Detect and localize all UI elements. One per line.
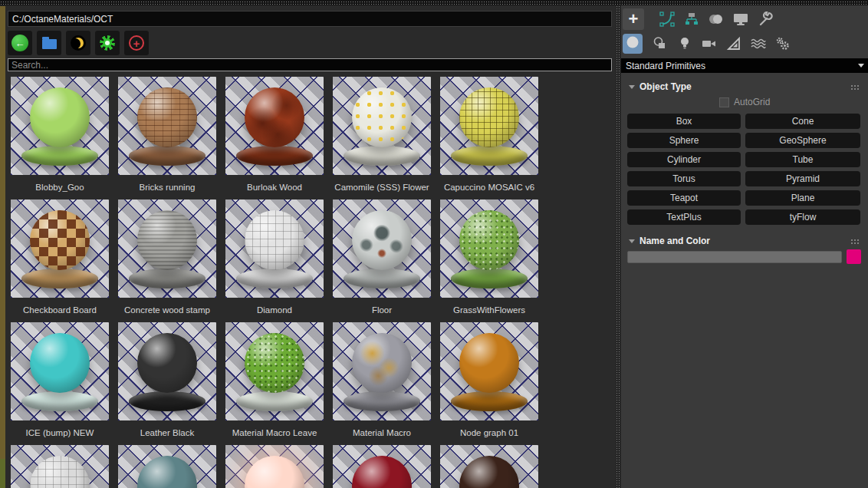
material-tile[interactable]: Capuccino MOSAIC v6 — [440, 77, 538, 199]
material-thumbnail — [333, 199, 431, 298]
tab-space-warps[interactable] — [746, 34, 771, 54]
material-tile[interactable]: GrassWithFlowers — [440, 199, 538, 322]
tab-hierarchy[interactable] — [679, 9, 704, 29]
autogrid-checkbox[interactable] — [719, 97, 729, 107]
material-tile[interactable]: Diamond — [225, 199, 324, 322]
browser-toolbar: ← + — [8, 31, 149, 55]
material-thumbnail — [118, 77, 216, 175]
material-name: Concrete wood stamp — [118, 298, 216, 322]
primitive-button-plane[interactable]: Plane — [745, 190, 860, 206]
object-type-rollout-header[interactable]: Object Type — [623, 79, 866, 94]
tab-helpers[interactable] — [722, 34, 746, 54]
search-input[interactable] — [8, 58, 612, 71]
name-color-rollout-header[interactable]: Name and Color — [623, 233, 866, 249]
material-name: Blobby_Goo — [11, 175, 109, 199]
material-thumbnail — [11, 322, 109, 420]
primitive-category-dropdown[interactable]: Standard Primitives — [621, 58, 868, 73]
tab-geometry[interactable] — [623, 34, 643, 54]
material-tile[interactable]: Floor — [333, 199, 431, 322]
object-color-swatch[interactable] — [847, 249, 861, 264]
dark-mode-button[interactable] — [66, 31, 90, 55]
primitive-button-tube[interactable]: Tube — [745, 152, 860, 167]
material-name: Material Macro Leave — [225, 420, 324, 445]
material-tile[interactable]: Camomile (SSS) Flower — [333, 77, 431, 199]
material-name: Checkboard Board — [11, 298, 109, 322]
material-tile[interactable]: Leather Black — [118, 322, 216, 445]
primitive-button-cone[interactable]: Cone — [745, 114, 860, 129]
material-tile[interactable]: Material Macro Leave — [225, 322, 324, 445]
primitive-button-tyflow[interactable]: tyFlow — [745, 209, 860, 225]
material-thumbnail — [11, 445, 109, 488]
material-tile[interactable] — [225, 445, 324, 488]
primitive-button-teapot[interactable]: Teapot — [627, 190, 741, 206]
primitive-button-textplus[interactable]: TextPlus — [627, 209, 741, 225]
material-thumbnail — [11, 77, 109, 175]
primitive-button-torus[interactable]: Torus — [627, 171, 741, 186]
tab-create[interactable]: + — [623, 8, 644, 30]
material-thumbnail — [333, 77, 431, 175]
sphere-icon — [626, 35, 639, 52]
material-tile[interactable] — [118, 445, 216, 488]
primitive-button-pyramid[interactable]: Pyramid — [745, 171, 860, 186]
command-panel-tabs: + — [623, 8, 778, 31]
material-name: Capuccino MOSAIC v6 — [440, 175, 538, 199]
material-tile[interactable]: Checkboard Board — [11, 199, 109, 322]
motion-icon — [708, 12, 725, 27]
top-dock-grip[interactable] — [0, 0, 868, 5]
primitive-button-cylinder[interactable]: Cylinder — [627, 152, 741, 167]
material-name: Floor — [333, 298, 431, 322]
waves-icon — [750, 36, 767, 51]
open-folder-button[interactable] — [37, 31, 61, 55]
tab-systems[interactable] — [771, 34, 795, 54]
folder-icon — [42, 39, 57, 49]
object-name-input[interactable] — [627, 251, 842, 263]
rollout-title: Object Type — [639, 81, 692, 92]
material-tile[interactable]: Blobby_Goo — [11, 77, 109, 199]
display-icon — [732, 12, 749, 27]
tab-display[interactable] — [728, 9, 753, 29]
material-tile[interactable] — [440, 445, 538, 488]
settings-button[interactable] — [95, 31, 120, 55]
material-name: Camomile (SSS) Flower — [333, 175, 431, 199]
tab-shapes[interactable] — [648, 34, 672, 54]
material-tile[interactable]: Bricks running — [118, 77, 216, 199]
primitive-button-sphere[interactable]: Sphere — [627, 133, 741, 148]
material-thumbnail — [333, 445, 431, 488]
back-button[interactable]: ← — [8, 31, 32, 55]
material-tile[interactable]: Burloak Wood — [225, 77, 324, 199]
rollout-grip-icon[interactable] — [850, 84, 859, 90]
material-thumbnail — [225, 77, 324, 175]
gear-icon — [100, 35, 115, 51]
hierarchy-icon — [684, 12, 699, 27]
bulb-icon — [678, 36, 692, 51]
tab-cameras[interactable] — [697, 34, 722, 54]
tab-utilities[interactable] — [753, 9, 778, 29]
material-name: ICE (bump) NEW — [11, 420, 109, 445]
primitive-button-geosphere[interactable]: GeoSphere — [745, 133, 860, 148]
material-tile[interactable] — [11, 445, 109, 488]
material-thumbnail — [118, 199, 216, 298]
create-category-tabs — [623, 32, 795, 55]
moon-icon — [71, 35, 86, 51]
path-field[interactable]: C:/OctaneMaterials/OCT — [8, 11, 612, 27]
panel-divider-grip[interactable] — [616, 5, 621, 488]
tab-lights[interactable] — [672, 34, 697, 54]
material-grid: Blobby_Goo Bricks running Burloak Wood C… — [11, 77, 609, 488]
material-tile[interactable]: ICE (bump) NEW — [11, 322, 109, 445]
material-thumbnail — [333, 322, 431, 420]
rollout-grip-icon[interactable] — [850, 239, 859, 244]
rollout-open-icon — [629, 239, 635, 243]
left-scrollbar[interactable] — [0, 6, 5, 488]
back-icon: ← — [12, 35, 28, 51]
material-tile[interactable] — [333, 445, 431, 488]
rollout-open-icon — [629, 85, 635, 89]
material-tile[interactable]: Concrete wood stamp — [118, 199, 216, 322]
tab-modify[interactable] — [655, 9, 679, 29]
name-color-row — [627, 249, 862, 264]
tab-motion[interactable] — [704, 9, 728, 29]
primitive-button-box[interactable]: Box — [627, 114, 741, 129]
add-button[interactable]: + — [124, 31, 149, 55]
material-tile[interactable]: Material Macro — [333, 322, 431, 445]
material-tile[interactable]: Node graph 01 — [440, 322, 538, 445]
material-thumbnail — [440, 445, 538, 488]
